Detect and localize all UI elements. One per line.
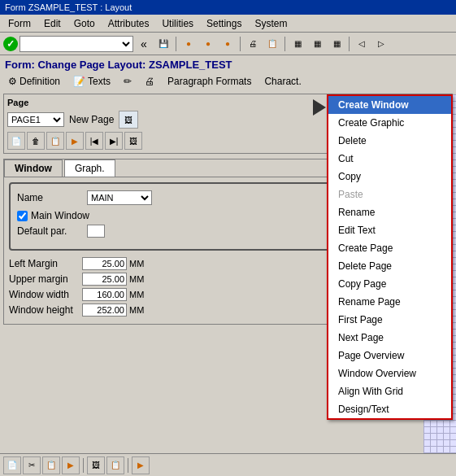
bottom-btn5[interactable]: 🖼 — [87, 456, 105, 474]
menu-copy[interactable]: Copy — [328, 168, 451, 186]
separator-1 — [176, 37, 176, 51]
bottom-btn7[interactable]: ▶ — [132, 456, 150, 474]
page-picture-btn[interactable]: 🖼 — [124, 132, 142, 150]
menu-utilities[interactable]: Utilities — [157, 16, 198, 31]
left-margin-unit: MM — [129, 259, 144, 269]
menu-cut[interactable]: Cut — [328, 150, 451, 168]
tab-pencil[interactable]: ✏ — [119, 74, 137, 89]
menu-edit[interactable]: Edit — [39, 16, 66, 31]
btn8[interactable]: ▦ — [328, 35, 345, 53]
menu-paste: Paste — [328, 186, 451, 203]
page-copy-btn[interactable]: 📋 — [46, 132, 64, 150]
toolbar: ✓ « 💾 ● ● ● 🖨 📋 ▦ ▦ ▦ ◁ ▷ — [0, 33, 456, 55]
upper-margin-label: Upper margin — [9, 273, 82, 285]
menu-design-text[interactable]: Design/Text — [328, 400, 451, 418]
tab-texts[interactable]: 📝 Texts — [68, 74, 115, 89]
window-width-label: Window width — [9, 289, 82, 300]
btn5[interactable]: 📋 — [263, 35, 281, 53]
menu-page-overview[interactable]: Page Overview — [328, 347, 451, 365]
default-par-input[interactable] — [87, 225, 105, 238]
bottom-toolbar: 📄 ✂ 📋 ▶ 🖼 📋 ▶ — [0, 453, 456, 476]
window-height-input[interactable] — [82, 304, 127, 317]
page-first-btn[interactable]: |◀ — [85, 132, 103, 150]
btn7[interactable]: ▦ — [308, 35, 326, 53]
tab-print[interactable]: 🖨 — [140, 74, 159, 89]
print-tab-icon: 🖨 — [145, 76, 154, 87]
menu-settings[interactable]: Settings — [202, 16, 246, 31]
context-menu: Create Window Create Graphic Delete Cut … — [327, 94, 453, 420]
menu-create-page[interactable]: Create Page — [328, 239, 451, 257]
name-select[interactable]: MAIN — [87, 190, 152, 205]
check-button[interactable]: ✓ — [3, 37, 18, 51]
bottom-btn2[interactable]: ✂ — [23, 456, 41, 474]
tab-character[interactable]: Charact. — [259, 74, 306, 89]
bottom-sep1 — [83, 458, 84, 473]
btn10[interactable]: ▷ — [372, 35, 390, 53]
tab-paragraph[interactable]: Paragraph Formats — [163, 74, 256, 89]
menu-create-graphic[interactable]: Create Graphic — [328, 114, 451, 132]
tab-graph[interactable]: Graph. — [64, 159, 115, 177]
menu-rename-page[interactable]: Rename Page — [328, 293, 451, 311]
menu-window-overview[interactable]: Window Overview — [328, 365, 451, 382]
menu-align-grid[interactable]: Align With Grid — [328, 382, 451, 400]
menu-delete-page[interactable]: Delete Page — [328, 257, 451, 275]
menu-rename[interactable]: Rename — [328, 203, 451, 221]
page-select[interactable]: PAGE1 — [7, 112, 64, 127]
nav-back-btn[interactable]: « — [135, 35, 153, 53]
bottom-sep2 — [128, 458, 128, 473]
menu-attributes[interactable]: Attributes — [103, 16, 154, 31]
tab-bar: ⚙ Definition 📝 Texts ✏ 🖨 Paragraph Forma… — [3, 74, 453, 89]
bottom-btn6[interactable]: 📋 — [106, 456, 124, 474]
menu-delete[interactable]: Delete — [328, 132, 451, 150]
separator-2 — [240, 37, 241, 51]
menu-first-page[interactable]: First Page — [328, 311, 451, 329]
texts-icon: 📝 — [73, 76, 85, 87]
title-bar: Form ZSAMPLE_TEST : Layout — [0, 0, 456, 15]
tab-definition[interactable]: ⚙ Definition — [3, 74, 65, 89]
toolbar-dropdown[interactable] — [20, 36, 133, 52]
left-margin-input[interactable] — [82, 257, 127, 270]
default-par-label: Default par. — [17, 225, 82, 237]
menu-system[interactable]: System — [250, 16, 292, 31]
page-delete-btn[interactable]: 🗑 — [27, 132, 45, 150]
menu-create-window[interactable]: Create Window — [328, 96, 451, 114]
menu-goto[interactable]: Goto — [69, 16, 100, 31]
btn6[interactable]: ▦ — [289, 35, 306, 53]
btn2[interactable]: ● — [199, 35, 217, 53]
window-width-input[interactable] — [82, 288, 127, 301]
tab-window[interactable]: Window — [4, 159, 63, 177]
new-page-label: New Page — [69, 114, 114, 125]
window-width-unit: MM — [129, 290, 144, 299]
upper-margin-input[interactable] — [82, 273, 127, 286]
btn9[interactable]: ◁ — [353, 35, 371, 53]
page-new-btn[interactable]: 📄 — [7, 132, 25, 150]
title-text: Form ZSAMPLE_TEST : Layout — [5, 2, 132, 12]
window-height-unit: MM — [129, 305, 144, 315]
separator-3 — [284, 37, 285, 51]
btn3[interactable]: ● — [219, 35, 237, 53]
name-label: Name — [17, 192, 82, 203]
page-image-btn[interactable]: 🖼 — [119, 111, 138, 129]
menu-bar: Form Edit Goto Attributes Utilities Sett… — [0, 15, 456, 33]
bottom-btn3[interactable]: 📋 — [42, 456, 60, 474]
menu-next-page[interactable]: Next Page — [328, 329, 451, 347]
menu-copy-page[interactable]: Copy Page — [328, 275, 451, 293]
main-window-checkbox[interactable] — [17, 211, 28, 221]
print-btn[interactable]: 🖨 — [244, 35, 262, 53]
definition-icon: ⚙ — [8, 76, 17, 87]
save-btn[interactable]: 💾 — [154, 35, 172, 53]
main-content: Form: Change Page Layout: ZSAMPLE_TEST ⚙… — [0, 55, 456, 476]
menu-form[interactable]: Form — [3, 16, 36, 31]
upper-margin-unit: MM — [129, 274, 144, 284]
pencil-icon: ✏ — [124, 76, 132, 87]
main-window-label: Main Window — [31, 210, 89, 221]
left-margin-label: Left Margin — [9, 258, 82, 269]
arrow-indicator — [313, 99, 326, 116]
page-next-btn[interactable]: ▶| — [105, 132, 123, 150]
menu-edit-text[interactable]: Edit Text — [328, 221, 451, 239]
bottom-btn1[interactable]: 📄 — [3, 456, 21, 474]
bottom-btn4[interactable]: ▶ — [62, 456, 80, 474]
window-height-label: Window height — [9, 304, 82, 316]
btn1[interactable]: ● — [180, 35, 198, 53]
page-forward-btn[interactable]: ▶ — [66, 132, 84, 150]
